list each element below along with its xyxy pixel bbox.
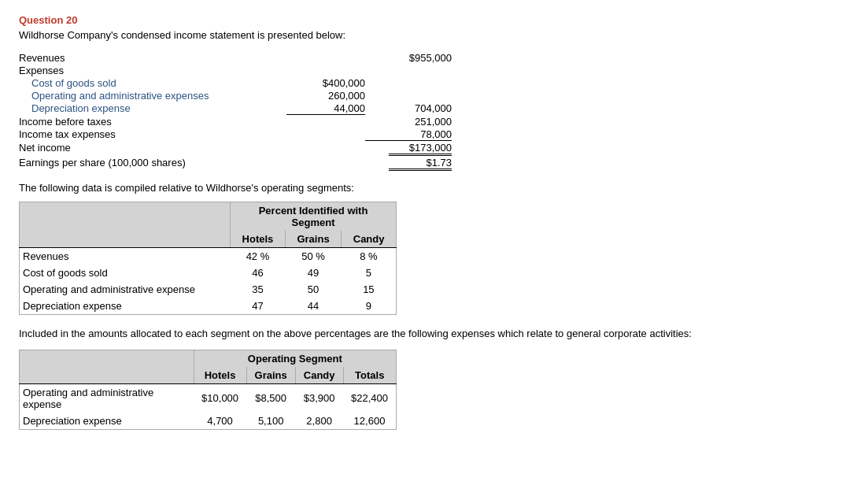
totals-cell: 12,600 (343, 413, 397, 430)
opseg-table: Operating Segment Hotels Grains Candy To… (19, 350, 397, 430)
grains-cell: 50 % (285, 248, 341, 265)
candy-cell: 9 (342, 298, 397, 315)
table-row: Cost of goods sold 46 49 5 (20, 265, 397, 281)
cogs-value: $400,000 (286, 77, 365, 89)
candy-cell: 5 (342, 265, 397, 281)
percent-header-empty (20, 202, 231, 231)
hotels-cell: 47 (231, 298, 286, 315)
hotels-cell: 42 % (231, 248, 286, 265)
net-income-label: Net income (19, 142, 286, 156)
list-item: Revenues (20, 248, 231, 265)
eps-value: $1.73 (365, 157, 452, 171)
revenues-label: Revenues (19, 52, 286, 64)
list-item: Depreciation expense (20, 413, 194, 430)
opseg-header-main: Operating Segment (194, 350, 396, 367)
expenses-label: Expenses (19, 65, 286, 76)
opseg-col-hotels: Hotels (194, 367, 246, 384)
table-row: Operating and administrative expense $10… (20, 383, 397, 413)
grains-cell: 5,100 (246, 413, 295, 430)
income-before-taxes-label: Income before taxes (19, 116, 286, 128)
income-tax-value: 78,000 (365, 128, 452, 141)
candy-cell: 15 (342, 281, 397, 298)
candy-cell: 8 % (342, 248, 397, 265)
intro-text: Wildhorse Company's condensed income sta… (19, 29, 849, 41)
hotels-cell: 46 (231, 265, 286, 281)
opseg-col-grains: Grains (246, 367, 295, 384)
opseg-table-container: Operating Segment Hotels Grains Candy To… (19, 350, 849, 430)
income-before-taxes-value: 251,000 (365, 116, 452, 128)
percent-table-container: Percent Identified withSegment Hotels Gr… (19, 202, 849, 315)
cogs-label: Cost of goods sold (19, 77, 286, 89)
percent-table: Percent Identified withSegment Hotels Gr… (19, 202, 397, 315)
revenues-value: $955,000 (365, 52, 452, 64)
hotels-cell: 4,700 (194, 413, 246, 430)
list-item: Operating and administrative expense (20, 383, 194, 413)
revenues-col1 (286, 52, 365, 64)
opseg-col-totals: Totals (343, 367, 397, 384)
grains-cell: 44 (285, 298, 341, 315)
depreciation-label: Depreciation expense (19, 102, 286, 115)
percent-col-empty (20, 231, 231, 248)
list-item: Depreciation expense (20, 298, 231, 315)
percent-col-hotels: Hotels (231, 231, 286, 248)
opex-label: Operating and administrative expenses (19, 90, 286, 102)
hotels-cell: $10,000 (194, 383, 246, 413)
income-statement: Revenues $955,000 Expenses Cost of goods… (19, 52, 849, 171)
table-row: Revenues 42 % 50 % 8 % (20, 248, 397, 265)
opseg-col-candy: Candy (295, 367, 343, 384)
list-item: Cost of goods sold (20, 265, 231, 281)
candy-cell: $3,900 (295, 383, 343, 413)
table-row: Depreciation expense 4,700 5,100 2,800 1… (20, 413, 397, 430)
eps-label: Earnings per share (100,000 shares) (19, 157, 286, 171)
opseg-header-empty (20, 350, 194, 367)
list-item: Operating and administrative expense (20, 281, 231, 298)
percent-header-main: Percent Identified withSegment (231, 202, 397, 231)
percent-col-candy: Candy (342, 231, 397, 248)
grains-cell: $8,500 (246, 383, 295, 413)
candy-cell: 2,800 (295, 413, 343, 430)
question-title: Question 20 (19, 14, 849, 26)
corporate-note: Included in the amounts allocated to eac… (19, 326, 849, 342)
percent-col-grains: Grains (285, 231, 341, 248)
table-row: Operating and administrative expense 35 … (20, 281, 397, 298)
depreciation-value: 44,000 (286, 102, 365, 115)
segment-note: The following data is compiled relative … (19, 182, 849, 194)
table-row: Depreciation expense 47 44 9 (20, 298, 397, 315)
hotels-cell: 35 (231, 281, 286, 298)
total-expenses: 704,000 (365, 102, 452, 115)
income-tax-label: Income tax expenses (19, 128, 286, 141)
grains-cell: 50 (285, 281, 341, 298)
net-income-value: $173,000 (365, 142, 452, 156)
opseg-col-empty (20, 367, 194, 384)
grains-cell: 49 (285, 265, 341, 281)
totals-cell: $22,400 (343, 383, 397, 413)
opex-value: 260,000 (286, 90, 365, 102)
